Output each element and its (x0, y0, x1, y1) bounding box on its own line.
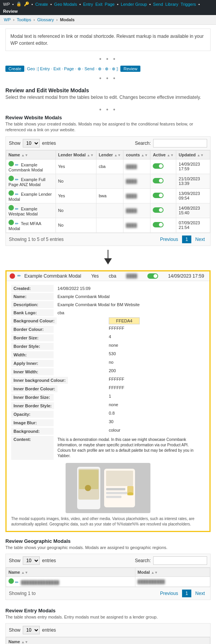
value-border-style: none (109, 343, 118, 347)
col-name[interactable]: Name ▲▼ (6, 150, 56, 159)
row-active-toggle[interactable] (153, 193, 164, 198)
breadcrumb: WP › Tooltips › Glossary › Modals (0, 15, 216, 25)
next-button2[interactable]: Next (193, 590, 207, 597)
nav-lender-group[interactable]: Lender Group (121, 2, 147, 7)
nav-sep4: • (79, 2, 81, 7)
popup-body: Created: 14/08/2022 15:09 Name: Example … (7, 281, 209, 531)
label-opacity: Opacity: (11, 411, 54, 418)
label-inner-width: Inner Width: (11, 368, 54, 375)
row-updated: 07/09/2023 21:54 (176, 218, 210, 232)
nav-send[interactable]: Send (153, 2, 163, 7)
next-button[interactable]: Next (193, 236, 207, 243)
row-lender (96, 203, 123, 218)
row-lender: bwa (96, 188, 123, 203)
subnav-review[interactable]: Review (120, 66, 140, 72)
nav-entry[interactable]: Entry (83, 2, 93, 7)
info-text: Modal text is referenced in link or moda… (10, 34, 204, 46)
show-entries2[interactable]: Show 10 entries (9, 556, 56, 565)
pagination2[interactable]: Previous 1 Next (158, 590, 207, 597)
edit-link[interactable]: ✏ (15, 192, 19, 197)
breadcrumb-glossary[interactable]: Glossary (37, 17, 54, 22)
opacity-value-wrap: 0.8 (109, 411, 205, 418)
subnav-create[interactable]: Create (5, 66, 24, 72)
geo-modals-table: Show 10 entries Search: Name ▲▼ Modal ▲▼ (5, 554, 211, 600)
edit-link[interactable]: ✏ (15, 177, 19, 182)
page-1-button[interactable]: 1 (182, 236, 192, 243)
row-lender-modal: Yes (56, 159, 96, 174)
svg-rect-9 (106, 488, 125, 490)
field-inner-border-size: Inner Border Size: (11, 394, 107, 401)
entries-select2[interactable]: 10 (23, 556, 40, 565)
edit-link[interactable]: ✏ (15, 580, 19, 585)
search-input[interactable] (153, 139, 207, 147)
section2-desc: The table shows your geographic modals. … (5, 545, 211, 551)
subnav-entry-exit[interactable]: [ Entry · Exit · Page · ⊕ · Send · ⊕ · ⊕… (38, 66, 118, 71)
prev-button2[interactable]: Previous (158, 590, 181, 597)
col-updated[interactable]: Updated ▲▼ (176, 150, 210, 159)
nav-page[interactable]: Page (105, 2, 115, 7)
search-box[interactable]: Search: (135, 139, 207, 147)
show-entries[interactable]: Show 10 entries (9, 139, 56, 147)
search-box2[interactable]: Search: (135, 556, 207, 565)
field-inner-width: Inner Width: (11, 368, 107, 375)
prev-button[interactable]: Previous (158, 236, 181, 243)
nav-review[interactable]: Review (3, 9, 18, 14)
table-bottom-bar: Showing 1 to 5 of 5 entries Previous 1 N… (6, 233, 210, 246)
subnav-geo[interactable]: Geo (27, 66, 35, 71)
label-inner-border-colour: Inner Border Colour: (11, 385, 57, 392)
popup-name: Example Commbank Modal (24, 273, 81, 279)
popup-edit-link[interactable]: ✏ (17, 273, 21, 278)
page-1-button2[interactable]: 1 (182, 590, 192, 597)
row-active-toggle[interactable] (153, 207, 164, 213)
nav-geo-modals[interactable]: Geo Modals (54, 2, 77, 7)
row-lender-modal: No (56, 174, 96, 188)
breadcrumb-wp[interactable]: WP (4, 17, 11, 22)
row-active-toggle[interactable] (153, 178, 164, 183)
pagination[interactable]: Previous 1 Next (158, 236, 207, 243)
col-active[interactable]: Active ▲▼ (150, 150, 176, 159)
row-active-toggle[interactable] (153, 163, 164, 169)
entries-select3[interactable]: 10 (23, 626, 40, 634)
svg-point-13 (127, 492, 133, 495)
sub-nav[interactable]: Create | Geo | [ Entry · Exit · Page · ⊕… (5, 64, 211, 73)
breadcrumb-tooltips[interactable]: Tooltips (17, 17, 31, 22)
nav-wp[interactable]: WP (3, 2, 10, 7)
nav-exit[interactable]: Exit (95, 2, 102, 7)
search-input2[interactable] (153, 556, 207, 565)
field-bg-colour: Background Colour: (11, 317, 107, 324)
show-entries3[interactable]: Show 10 entries (9, 626, 56, 634)
bg-colour-value-wrap: FFEDA4 (109, 317, 205, 324)
col-counts[interactable]: counts ▲▼ (123, 150, 150, 159)
edit-link[interactable]: ✏ (15, 207, 19, 211)
table-bottom-bar2: Showing 1 to Previous 1 Next (6, 587, 210, 600)
nav-create[interactable]: Create (35, 2, 48, 7)
field-width: Width: (11, 351, 107, 358)
geo-col-col2[interactable]: Modal ▲▼ (135, 568, 210, 576)
field-content: Content: This is a demonstration modal. … (11, 436, 205, 460)
geo-col-name[interactable]: Name ▲▼ (6, 568, 135, 576)
col-lender-modal[interactable]: Lender Modal ▲▼ (56, 150, 96, 159)
subnav-sep1: | (25, 66, 26, 71)
value-inner-border-style: none (109, 402, 118, 407)
entry-col-name[interactable]: Name ▲▼ (6, 637, 210, 644)
label-image-blur: Image Blur: (11, 419, 54, 426)
edit-link[interactable]: ✏ (15, 221, 19, 226)
row-active-toggle[interactable] (153, 222, 164, 227)
status-dot (8, 578, 14, 584)
search-label2: Search: (135, 558, 151, 563)
nav-triggers[interactable]: Triggers (181, 2, 196, 7)
edit-link[interactable]: ✏ (15, 163, 19, 167)
svg-point-6 (85, 485, 91, 491)
nav-library[interactable]: Library (165, 2, 179, 7)
value-apply-inner: no (109, 360, 113, 364)
col-lender[interactable]: Lender ▲▼ (96, 150, 123, 159)
row-updated: 14/08/2023 15:40 (176, 203, 210, 218)
label-bank-logo: Bank Logo: (11, 309, 54, 316)
apply-inner-value-wrap: no (109, 360, 205, 367)
entries-select[interactable]: 10 (23, 139, 40, 147)
label-background: Background: (11, 428, 54, 435)
value-border-colour: FFFFFF (109, 326, 124, 330)
popup-active-toggle[interactable] (147, 273, 158, 279)
field-bank-logo: Bank Logo: cba (11, 309, 205, 316)
row-name: Example Full Page ANZ Modal (8, 177, 46, 187)
